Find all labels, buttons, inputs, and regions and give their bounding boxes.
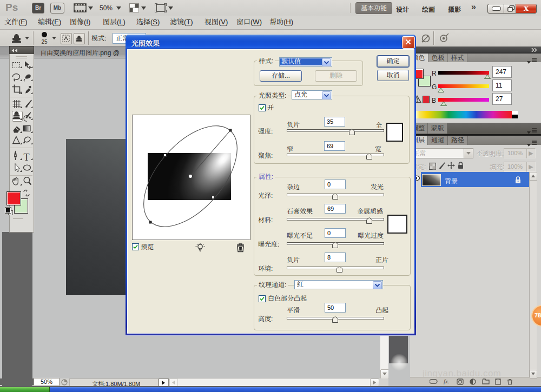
svg-text:T: T	[24, 152, 30, 163]
